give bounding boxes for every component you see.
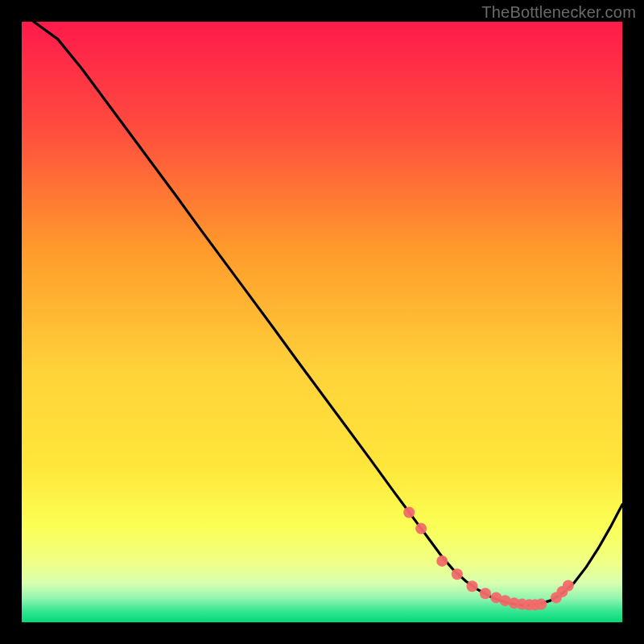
data-point xyxy=(535,599,547,610)
chart-frame xyxy=(22,22,622,622)
data-point xyxy=(563,580,574,591)
data-point xyxy=(436,555,448,567)
gradient-background xyxy=(22,22,622,622)
data-point xyxy=(403,506,415,518)
data-point xyxy=(480,588,491,599)
chart-canvas xyxy=(22,22,622,622)
data-point xyxy=(467,580,478,592)
data-point xyxy=(452,568,463,580)
attribution-label: TheBottlenecker.com xyxy=(481,3,636,22)
data-point xyxy=(415,523,427,535)
